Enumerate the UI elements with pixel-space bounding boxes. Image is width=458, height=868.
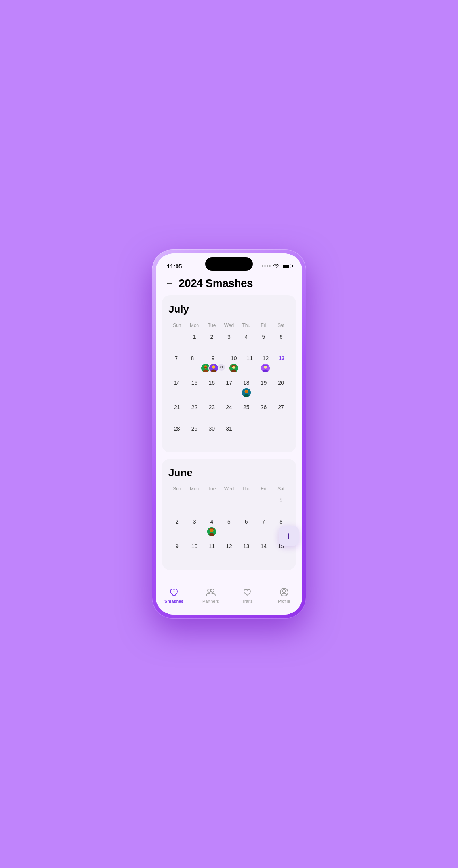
jun-hdr-wed: Wed [220, 484, 238, 493]
tab-traits[interactable]: Traits [229, 587, 266, 604]
jul-hdr-fri: Fri [255, 321, 273, 330]
jul-d-9[interactable]: 9 [200, 353, 226, 376]
jun-d-5[interactable]: 5 [220, 516, 238, 540]
jun-d-12[interactable]: 12 [220, 541, 238, 561]
jul-d-4[interactable]: 4 [238, 331, 255, 352]
jun-d-14[interactable]: 14 [255, 541, 273, 561]
jul-d-20[interactable]: 20 [272, 377, 290, 401]
jul-week2: 7 8 9 [168, 353, 290, 376]
june-month-title: June [168, 467, 290, 479]
dot1 [262, 265, 263, 267]
tab-smashes[interactable]: Smashes [156, 587, 193, 604]
jun-hdr-tue: Tue [203, 484, 220, 493]
july-calendar-card: July Sun Mon Tue Wed Thu Fri Sat . [162, 295, 296, 452]
page-title: 2024 Smashes [179, 277, 253, 290]
jul-d-15[interactable]: 15 [186, 377, 203, 401]
jul-d-5[interactable]: 5 [255, 331, 273, 352]
july-month-title: July [168, 303, 290, 315]
jul-d-19[interactable]: 19 [255, 377, 273, 401]
scroll-content[interactable]: July Sun Mon Tue Wed Thu Fri Sat . [156, 295, 302, 583]
jun-empty2: . [186, 495, 203, 515]
tab-bar: Smashes Partners [156, 583, 302, 615]
jun-d-9[interactable]: 9 [168, 541, 186, 561]
jul-d-2[interactable]: 2 [203, 331, 220, 352]
status-icons [262, 264, 291, 268]
july-calendar-grid: Sun Mon Tue Wed Thu Fri Sat . 1 2 3 [168, 321, 290, 444]
svg-point-24 [282, 590, 285, 593]
jul-hdr-wed: Wed [220, 321, 238, 330]
svg-point-12 [263, 369, 268, 372]
jun-d-13[interactable]: 13 [238, 541, 255, 561]
jul-d-27[interactable]: 27 [272, 402, 290, 422]
jul-d-16[interactable]: 16 [203, 377, 220, 401]
jun-empty3: . [203, 495, 220, 515]
jun-hdr-sun: Sun [168, 484, 186, 493]
jun-d-6[interactable]: 6 [238, 516, 255, 540]
jul-d-28[interactable]: 28 [168, 423, 186, 444]
page-header: ← 2024 Smashes [156, 273, 302, 295]
jul-d-26[interactable]: 26 [255, 402, 273, 422]
jun-week3: 9 10 11 12 13 14 15 [168, 541, 290, 561]
add-smash-button[interactable]: + [279, 526, 299, 546]
dynamic-island [205, 257, 253, 271]
back-button[interactable]: ← [165, 278, 174, 289]
jul-week4: 21 22 23 24 25 26 27 [168, 402, 290, 422]
dot2 [264, 265, 266, 267]
jun-d-1[interactable]: 1 [272, 495, 290, 515]
jun-d-2[interactable]: 2 [168, 516, 186, 540]
partners-icon [206, 587, 216, 597]
dot4 [269, 265, 271, 267]
jul-week3: 14 15 16 17 18 [168, 377, 290, 401]
jul-d9-avatars: +1 [200, 363, 226, 373]
jul-d-30[interactable]: 30 [203, 423, 220, 444]
jun-empty4: . [220, 495, 238, 515]
dot3 [267, 265, 268, 267]
jul-hdr-tue: Tue [203, 321, 220, 330]
jul-empty4: . [272, 423, 290, 444]
jul-d-25[interactable]: 25 [238, 402, 255, 422]
battery-icon [282, 264, 291, 268]
jul-d-13[interactable]: 13 [274, 353, 290, 376]
jul-d-17[interactable]: 17 [220, 377, 238, 401]
svg-point-20 [210, 529, 213, 532]
jul-d-31[interactable]: 31 [220, 423, 238, 444]
profile-icon [279, 587, 289, 597]
jun-hdr-mon: Mon [186, 484, 203, 493]
jul-d-29[interactable]: 29 [186, 423, 203, 444]
svg-point-2 [203, 369, 208, 372]
jun-d-10[interactable]: 10 [186, 541, 203, 561]
svg-point-5 [212, 365, 215, 368]
jul-d-24[interactable]: 24 [220, 402, 238, 422]
jul-d-22[interactable]: 22 [186, 402, 203, 422]
jul-d-11[interactable]: 11 [242, 353, 258, 376]
jul-week5: 28 29 30 31 . . . [168, 423, 290, 444]
traits-label: Traits [242, 599, 253, 604]
jun-d-3[interactable]: 3 [186, 516, 203, 540]
jun-d-11[interactable]: 11 [203, 541, 220, 561]
jul-d-23[interactable]: 23 [203, 402, 220, 422]
jul-d18-avatars [241, 387, 252, 398]
tab-profile[interactable]: Profile [266, 587, 303, 604]
jul-d-14[interactable]: 14 [168, 377, 186, 401]
jul-d12-avatars [260, 363, 271, 373]
jul-d10-avatars [229, 363, 239, 373]
jul-d-12[interactable]: 12 [258, 353, 273, 376]
jul-d-6[interactable]: 6 [272, 331, 290, 352]
jun-d-4[interactable]: 4 [203, 516, 220, 540]
jul-d-18[interactable]: 18 [238, 377, 255, 401]
jul-d-21[interactable]: 21 [168, 402, 186, 422]
svg-point-15 [244, 394, 249, 397]
tab-partners[interactable]: Partners [193, 587, 229, 604]
jul-d-10[interactable]: 10 [226, 353, 242, 376]
jul-d-7[interactable]: 7 [168, 353, 184, 376]
jul-d-3[interactable]: 3 [220, 331, 238, 352]
jun-week2: 2 3 4 [168, 516, 290, 540]
status-time: 11:05 [167, 263, 182, 270]
jul-d-8[interactable]: 8 [184, 353, 200, 376]
smashes-icon [169, 587, 179, 597]
profile-label: Profile [278, 599, 290, 604]
jun-d-7[interactable]: 7 [255, 516, 273, 540]
wifi-icon [273, 264, 279, 268]
jul-d-1[interactable]: 1 [186, 331, 203, 352]
avatar-teal-18 [241, 387, 252, 398]
